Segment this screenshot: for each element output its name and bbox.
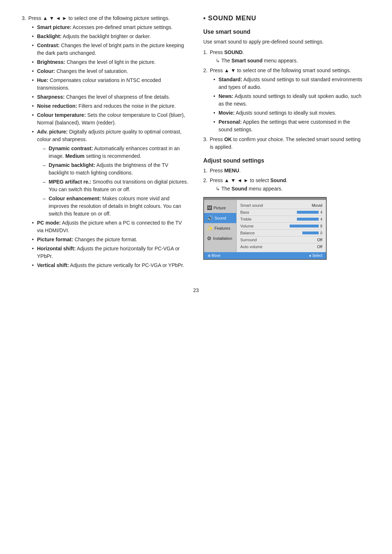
item-bold: PC mode:: [37, 220, 61, 226]
list-item: Smart picture: Accesses pre-defined smar…: [32, 24, 189, 31]
list-item: Personal: Applies the settings that were…: [213, 118, 363, 134]
bar-container: 4: [297, 210, 322, 214]
smart-sound-step-2: 2. Press ▲ ▼ to select one of the follow…: [203, 67, 363, 134]
list-item: Hue: Compensates colour variations in NT…: [32, 77, 189, 92]
list-item: Colour temperature: Sets the colour temp…: [32, 111, 189, 127]
list-item: Adv. picture: Digitally adjusts picture …: [32, 128, 189, 218]
smart-sound-step-3: 3. Press OK to confirm your choice. The …: [203, 136, 363, 151]
adjust-step-1: 1. Press MENU.: [203, 167, 363, 175]
footer-move: ⊕ Move: [208, 254, 220, 258]
smart-sound-intro: Use smart sound to apply pre-defined sou…: [203, 38, 363, 46]
smart-sound-step-1: 1. Press SOUND. The Smart sound menu app…: [203, 49, 363, 65]
row-label: Balance: [240, 231, 266, 235]
page-container: 3. Press ▲ ▼ ◄ ► to select one of the fo…: [22, 15, 370, 273]
bar-fill: [302, 231, 319, 234]
item-bold: Contrast:: [37, 42, 60, 48]
list-item: Picture format: Changes the picture form…: [32, 236, 189, 243]
menu-row-treble: Treble 4: [240, 216, 322, 223]
adjust-step-2: 2. Press ▲ ▼ ◄ ► to select Sound. The So…: [203, 177, 363, 193]
list-item: Colour enhancement: Makes colours more v…: [43, 195, 189, 218]
left-column: 3. Press ▲ ▼ ◄ ► to select one of the fo…: [22, 15, 189, 273]
item-bold: Noise reduction:: [37, 103, 77, 109]
row-label: Volume: [240, 224, 266, 228]
sidebar-item-picture: 🖼 Picture: [204, 203, 236, 213]
bar-fill: [297, 211, 319, 214]
row-value: Movid: [312, 203, 322, 208]
item-bold: Backlight:: [37, 33, 62, 39]
list-item: Contrast: Changes the level of bright pa…: [32, 42, 189, 57]
list-item: Backlight: Adjusts the backlight brighte…: [32, 33, 189, 40]
item-bold: Colour enhancement:: [49, 196, 101, 201]
ok-keyword: OK: [224, 136, 232, 142]
list-item: PC mode: Adjusts the picture when a PC i…: [32, 219, 189, 234]
step1-arrow: The Smart sound menu appears.: [210, 57, 363, 65]
item-bold: Colour:: [37, 68, 55, 74]
item-bold: Movie:: [219, 110, 234, 116]
menu-row-bass: Bass 4: [240, 209, 322, 216]
item-bold: Hue:: [37, 77, 48, 83]
step3-text: Press ▲ ▼ ◄ ► to select one of the follo…: [28, 15, 170, 21]
item-bold: Picture format:: [37, 237, 73, 242]
list-item: Sharpness: Changes the level of sharpnes…: [32, 93, 189, 101]
step-3: 3. Press ▲ ▼ ◄ ► to select one of the fo…: [22, 15, 189, 269]
sidebar-item-sound: 🔊 Sound: [204, 213, 236, 223]
step2-arrow: The Sound menu appears.: [210, 185, 363, 193]
menu-row-auto-volume: Auto volume Off: [240, 243, 322, 250]
bar-value: 8: [320, 224, 322, 228]
menu-row-smart-sound: Smart sound Movid: [240, 202, 322, 209]
row-value: Off: [317, 238, 322, 242]
list-item: Colour: Changes the level of saturation.: [32, 67, 189, 75]
bar-value: 0: [320, 231, 322, 235]
picture-icon: 🖼: [207, 205, 212, 211]
list-item: Noise reduction: Filters and reduces the…: [32, 102, 189, 110]
tv-menu-content: Smart sound Movid Bass 4 Treble: [237, 200, 326, 252]
item-bold: Medium: [65, 153, 85, 159]
item-bold: Dynamic contrast:: [49, 145, 93, 151]
bar-fill: [297, 218, 319, 221]
sidebar-label-installation: Installation: [213, 236, 232, 241]
list-item: Dynamic backlight: Adjusts the brightnes…: [43, 161, 189, 177]
list-item: MPEG artifact re.: Smooths out transitio…: [43, 178, 189, 193]
row-label: Smart sound: [240, 203, 266, 208]
item-bold: Brightness:: [37, 59, 65, 65]
page-number: 23: [22, 287, 370, 293]
smart-sound-steps: 1. Press SOUND. The Smart sound menu app…: [203, 49, 363, 151]
list-item: Movie: Adjusts sound settings to ideally…: [213, 109, 363, 117]
item-bold: Smart picture:: [37, 24, 72, 30]
item-bold: Adv. picture:: [37, 129, 68, 135]
sound-keyword: SOUND: [224, 49, 243, 55]
adjust-sound-title: Adjust sound settings: [203, 157, 363, 164]
tv-menu-body: 🖼 Picture 🔊 Sound ✨ Features ⚙ Installat…: [204, 200, 326, 252]
item-bold: Horizontal shift:: [37, 246, 76, 251]
list-item: Horizontal shift: Adjusts the picture ho…: [32, 245, 189, 260]
menu-keyword: MENU: [224, 168, 239, 173]
sidebar-item-features: ✨ Features: [204, 223, 236, 233]
list-item: News: Adjusts sound settings to ideally …: [213, 93, 363, 108]
picture-settings-list: Smart picture: Accesses pre-defined smar…: [32, 24, 189, 269]
tv-menu-footer: ⊕ Move ● Select: [204, 252, 326, 259]
menu-row-balance: Balance 0: [240, 230, 322, 237]
item-bold: Colour temperature:: [37, 112, 86, 118]
menu-row-surround: Surround Off: [240, 237, 322, 243]
features-icon: ✨: [207, 225, 213, 231]
item-bold: Standard:: [219, 77, 242, 82]
right-column: • SOUND MENU Use smart sound Use smart s…: [203, 15, 363, 273]
smart-sound-options: Standard: Adjusts sound settings to suit…: [213, 76, 363, 134]
row-label: Auto volume: [240, 245, 266, 249]
sidebar-item-installation: ⚙ Installation: [204, 233, 236, 243]
item-bold: Dynamic backlight:: [49, 162, 95, 168]
sound-icon: 🔊: [207, 215, 213, 221]
list-item: Standard: Adjusts sound settings to suit…: [213, 76, 363, 91]
row-label: Surround: [240, 238, 266, 242]
sidebar-label-picture: Picture: [213, 206, 226, 210]
bar-fill: [290, 225, 319, 227]
adjust-sound-steps: 1. Press MENU. 2. Press ▲ ▼ ◄ ► to selec…: [203, 167, 363, 193]
list-item: Dynamic contrast: Automatically enhances…: [43, 145, 189, 160]
bar-value: 4: [320, 210, 322, 214]
sidebar-label-sound: Sound: [215, 216, 226, 220]
item-bold: Sharpness:: [37, 94, 65, 100]
item-bold: Vertical shift:: [37, 262, 69, 268]
left-numbered-list: 3. Press ▲ ▼ ◄ ► to select one of the fo…: [22, 15, 189, 269]
bar-container: 8: [290, 224, 322, 228]
bar-container: 4: [297, 217, 322, 221]
